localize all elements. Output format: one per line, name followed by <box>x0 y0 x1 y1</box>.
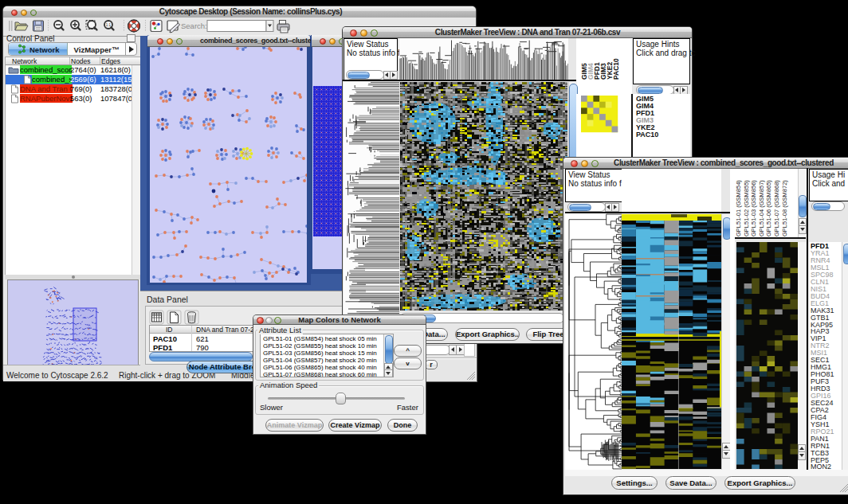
svg-text:GPL51-07 (GSM868): GPL51-07 (GSM868) <box>773 180 780 236</box>
svg-text:1:1: 1:1 <box>106 23 112 27</box>
svg-text:PAC10: PAC10 <box>612 58 620 80</box>
svg-text:GPL51-02 (GSM855): GPL51-02 (GSM855) <box>743 180 750 236</box>
svg-text:GPL51-06 (GSM865): GPL51-06 (GSM865) <box>765 180 772 236</box>
svg-text:GPL51-01 (GSM854): GPL51-01 (GSM854) <box>735 180 742 236</box>
svg-text:Search:: Search: <box>181 21 207 30</box>
svg-text:GPL51-04 (GSM857): GPL51-04 (GSM857) <box>758 180 765 236</box>
svg-text:GPL51-08 (GSM872): GPL51-08 (GSM872) <box>781 180 788 236</box>
svg-text:GPL51-03 (GSM856): GPL51-03 (GSM856) <box>750 180 757 236</box>
